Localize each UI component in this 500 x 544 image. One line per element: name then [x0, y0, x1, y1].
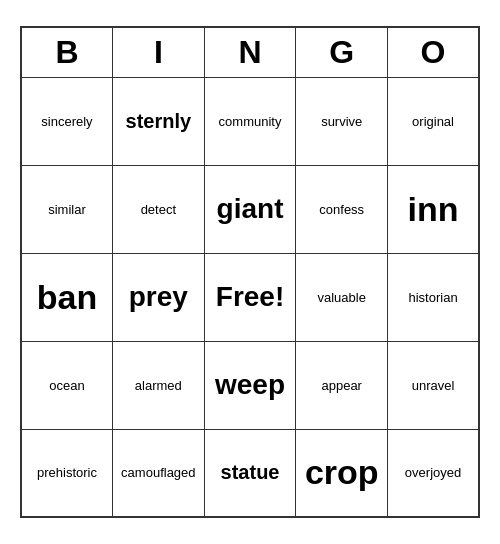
bingo-cell: survive: [296, 77, 388, 165]
bingo-cell: Free!: [204, 253, 296, 341]
bingo-cell: valuable: [296, 253, 388, 341]
bingo-header-cell: O: [388, 27, 479, 77]
bingo-header-cell: G: [296, 27, 388, 77]
bingo-cell: sincerely: [21, 77, 112, 165]
bingo-cell: prehistoric: [21, 429, 112, 517]
bingo-cell: similar: [21, 165, 112, 253]
bingo-row: banpreyFree!valuablehistorian: [21, 253, 479, 341]
bingo-header-row: BINGO: [21, 27, 479, 77]
bingo-cell: historian: [388, 253, 479, 341]
bingo-cell: original: [388, 77, 479, 165]
bingo-cell: unravel: [388, 341, 479, 429]
bingo-header-cell: B: [21, 27, 112, 77]
bingo-row: sincerelysternlycommunitysurviveoriginal: [21, 77, 479, 165]
bingo-cell: detect: [112, 165, 204, 253]
bingo-cell: inn: [388, 165, 479, 253]
bingo-cell: ban: [21, 253, 112, 341]
bingo-row: prehistoriccamouflagedstatuecropoverjoye…: [21, 429, 479, 517]
bingo-cell: ocean: [21, 341, 112, 429]
bingo-card: BINGO sincerelysternlycommunitysurviveor…: [20, 26, 480, 518]
bingo-cell: community: [204, 77, 296, 165]
bingo-cell: alarmed: [112, 341, 204, 429]
bingo-cell: crop: [296, 429, 388, 517]
bingo-cell: sternly: [112, 77, 204, 165]
bingo-cell: statue: [204, 429, 296, 517]
bingo-row: oceanalarmedweepappearunravel: [21, 341, 479, 429]
bingo-cell: overjoyed: [388, 429, 479, 517]
bingo-cell: confess: [296, 165, 388, 253]
bingo-cell: prey: [112, 253, 204, 341]
bingo-cell: weep: [204, 341, 296, 429]
bingo-cell: giant: [204, 165, 296, 253]
bingo-header-cell: I: [112, 27, 204, 77]
bingo-header-cell: N: [204, 27, 296, 77]
bingo-row: similardetectgiantconfessinn: [21, 165, 479, 253]
bingo-cell: camouflaged: [112, 429, 204, 517]
bingo-cell: appear: [296, 341, 388, 429]
